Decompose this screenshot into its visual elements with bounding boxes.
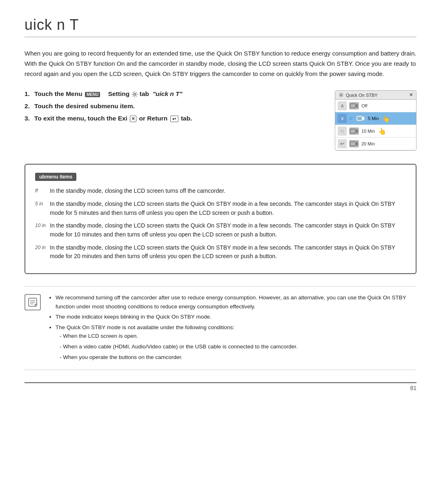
- intro-paragraph: When you are going to record frequently …: [24, 49, 416, 79]
- submenu-box: ubmenu items ff In the standby mode, clo…: [24, 164, 416, 274]
- submenu-entry-20min: 20 in In the standby mode, closing the L…: [35, 243, 406, 261]
- ui-panel-header: Quick On STBY ✕: [335, 91, 416, 100]
- note-sub-item-3: When you operate the buttons on the camc…: [60, 353, 416, 362]
- step-1-quote: "uick n T": [153, 90, 183, 97]
- note-sub-item-1: When the LCD screen is open.: [60, 332, 416, 341]
- svg-rect-8: [350, 142, 356, 146]
- panel-icon-20min: [349, 140, 359, 147]
- gear-icon: [131, 91, 138, 98]
- step-2-number: 2.: [24, 103, 32, 110]
- panel-nav-updown[interactable]: ↑↓: [338, 127, 347, 136]
- panel-label-off: Off: [361, 103, 367, 108]
- panel-title-text: Quick On STBY: [346, 93, 378, 98]
- notes-section: We recommend turning off the camcorder a…: [24, 286, 416, 370]
- panel-icon-10min: [349, 127, 359, 135]
- panel-row-off: ∧ Off: [335, 100, 416, 112]
- notes-sub-list: When the LCD screen is open. When a vide…: [56, 332, 416, 361]
- step-1-number: 1.: [24, 90, 32, 98]
- ui-panel: Quick On STBY ✕ ∧ Off ∨ ✓: [335, 90, 416, 151]
- note-item-3: The Quick On STBY mode is not available …: [56, 323, 416, 361]
- panel-row-20min: ↩ 20 Min: [335, 138, 416, 150]
- steps-list: 1. Touch the Menu MENU Setting tab "uick…: [24, 90, 318, 127]
- svg-rect-2: [350, 104, 356, 108]
- panel-checkmark: ✓: [349, 116, 353, 121]
- panel-row-5min: ∨ ✓ 5 Min 👆: [335, 112, 416, 125]
- step-2-content: Touch the desired submenu item.: [34, 103, 135, 110]
- note-item-1: We recommend turning off the camcorder a…: [56, 293, 416, 311]
- submenu-entry-off: ff In the standby mode, closing the LCD …: [35, 187, 406, 196]
- step-1: 1. Touch the Menu MENU Setting tab "uick…: [24, 90, 318, 98]
- submenu-desc-10min: In the standby mode, closing the LCD scr…: [50, 221, 406, 239]
- steps-and-panel: 1. Touch the Menu MENU Setting tab "uick…: [24, 90, 416, 151]
- panel-label-5min: 5 Min: [368, 116, 379, 121]
- submenu-key-5min: 5 in: [35, 200, 47, 217]
- submenu-entry-10min: 10 in In the standby mode, closing the L…: [35, 221, 406, 239]
- step-3-content: To exit the menu, touch the Exi ✕ or Ret…: [34, 115, 192, 122]
- submenu-key-20min: 20 in: [35, 243, 47, 261]
- svg-marker-5: [362, 116, 364, 120]
- svg-marker-9: [356, 142, 358, 146]
- step-2: 2. Touch the desired submenu item.: [24, 103, 318, 110]
- exit-icon: ✕: [130, 116, 136, 122]
- panel-label-20min: 20 Min: [361, 141, 375, 146]
- svg-marker-7: [356, 129, 358, 133]
- cursor-hand-icon: 👆: [382, 115, 390, 123]
- panel-row-10min: ↑↓ 10 Min 👆: [335, 125, 416, 138]
- panel-close-button[interactable]: ✕: [409, 92, 413, 98]
- submenu-desc-20min: In the standby mode, closing the LCD scr…: [50, 243, 406, 261]
- svg-point-0: [134, 94, 136, 96]
- submenu-key-10min: 10 in: [35, 221, 47, 239]
- panel-nav-up[interactable]: ∧: [338, 101, 347, 110]
- return-icon: ↩: [170, 116, 178, 122]
- panel-gear-icon: [339, 92, 344, 98]
- notes-content: We recommend turning off the camcorder a…: [47, 293, 416, 363]
- panel-nav-down[interactable]: ∨: [338, 114, 347, 123]
- page-title: uick n T: [24, 16, 416, 37]
- step-3: 3. To exit the menu, touch the Exi ✕ or …: [24, 115, 318, 122]
- panel-nav-return[interactable]: ↩: [338, 139, 347, 148]
- cursor-hand-2-icon: 👆: [378, 127, 386, 135]
- pencil-icon: [27, 297, 38, 308]
- step-3-number: 3.: [24, 115, 32, 122]
- svg-marker-3: [356, 104, 358, 108]
- note-sub-item-2: When a video cable (HDMI, Audio/Video ca…: [60, 342, 416, 351]
- svg-point-1: [340, 94, 342, 96]
- ui-panel-title: Quick On STBY: [339, 92, 378, 98]
- svg-rect-6: [350, 129, 356, 133]
- panel-icon-5min: [356, 115, 365, 122]
- notes-list: We recommend turning off the camcorder a…: [47, 293, 416, 361]
- page-number: 81: [24, 382, 416, 391]
- svg-rect-4: [357, 116, 362, 120]
- panel-label-10min: 10 Min: [361, 129, 375, 134]
- submenu-desc-5min: In the standby mode, closing the LCD scr…: [50, 200, 406, 217]
- submenu-desc-off: In the standby mode, closing the LCD scr…: [50, 187, 406, 196]
- submenu-entry-5min: 5 in In the standby mode, closing the LC…: [35, 200, 406, 217]
- submenu-header: ubmenu items: [35, 173, 76, 181]
- panel-icon-off: [349, 102, 359, 109]
- notes-icon: [24, 294, 41, 310]
- submenu-key-off: ff: [35, 187, 47, 196]
- note-item-2: The mode indicator keeps blinking in the…: [56, 312, 416, 321]
- step-1-content: Touch the Menu MENU Setting tab "uick n …: [34, 90, 183, 98]
- menu-badge: MENU: [85, 92, 100, 97]
